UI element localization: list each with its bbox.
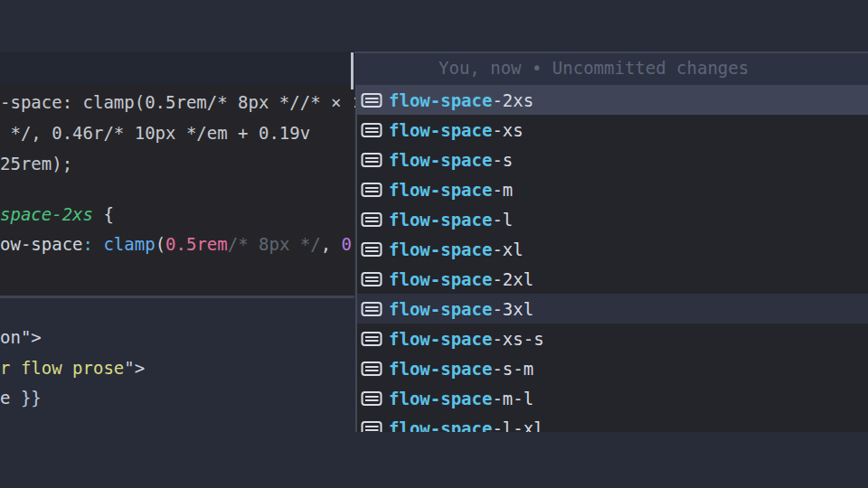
suggestion-item-flow-space-xs-s[interactable]: flow-space-xs-s [357, 324, 868, 353]
code-token [93, 234, 103, 254]
suggestion-rest-text: -l [492, 210, 513, 230]
suggestion-kind-icon [361, 271, 382, 287]
suggestion-rest-text: -xs-s [492, 329, 543, 349]
code-token: { [93, 204, 114, 224]
docs-css-declaration-line: ow-space: clamp(0.5rem/* 8px */, 0 [0, 230, 354, 259]
suggestion-rest-text: -l-xl [492, 418, 543, 433]
code-token: "> [124, 358, 145, 378]
suggestion-kind-icon [361, 182, 382, 198]
text-cursor [351, 52, 354, 89]
suggestion-item-flow-space-2xs[interactable]: flow-space-2xs [357, 85, 868, 115]
suggestion-match-text: flow-space [389, 389, 492, 408]
code-token: on"> [0, 327, 42, 347]
suggestion-match-text: flow-space [389, 299, 492, 319]
suggestion-item-flow-space-l[interactable]: flow-space-l [357, 204, 868, 234]
code-token: ow-space [0, 234, 83, 254]
suggestion-rest-text: -3xl [492, 299, 533, 319]
suggestion-kind-icon [361, 211, 382, 228]
docs-css-selector-line: space-2xs { [0, 200, 354, 230]
suggestion-match-text: flow-space [389, 359, 492, 379]
suggestion-match-text: flow-space [389, 329, 492, 349]
editor-line[interactable]: r flow prose"> [0, 353, 145, 384]
suggestion-kind-icon [361, 122, 382, 138]
code-token: 0.5rem [165, 234, 228, 254]
suggestion-kind-icon [361, 241, 382, 258]
suggestion-match-text: flow-space [389, 239, 492, 259]
docs-text-line: 25rem); [0, 148, 354, 179]
suggestion-kind-icon [361, 361, 382, 377]
code-editor: on spot-color-primary flow-space"> You, … [0, 0, 868, 488]
suggestion-rest-text: -m [492, 180, 513, 200]
suggestion-item-flow-space-2xl[interactable]: flow-space-2xl [357, 264, 868, 294]
suggestion-rest-text: -s-m [492, 359, 533, 379]
code-token: }} [21, 388, 42, 408]
suggestion-kind-icon [361, 420, 382, 433]
docs-text-line: -space: clamp(0.5rem/* 8px *//* × [0, 87, 354, 117]
suggestion-item-flow-space-l-xl[interactable]: flow-space-l-xl [357, 413, 868, 432]
suggestion-match-text: flow-space [389, 418, 492, 433]
suggestion-kind-icon [361, 331, 382, 347]
suggestion-kind-icon [361, 152, 382, 168]
suggestion-match-text: flow-space [389, 90, 492, 110]
suggestion-item-flow-space-xl[interactable]: flow-space-xl [357, 234, 868, 264]
suggestion-item-flow-space-m-l[interactable]: flow-space-m-l [357, 383, 868, 413]
code-token: clamp [103, 234, 155, 254]
docs-text-line: */, 0.46r/* 10px */em + 0.19v [0, 117, 354, 148]
suggestion-list[interactable]: flow-space-2xsflow-space-xsflow-space-sf… [355, 85, 868, 432]
suggestion-item-flow-space-xs[interactable]: flow-space-xs [357, 115, 868, 145]
suggestion-rest-text: -2xs [492, 90, 533, 110]
suggestion-match-text: flow-space [389, 180, 492, 200]
suggestion-rest-text: -2xl [492, 269, 533, 289]
suggestion-kind-icon [361, 92, 382, 108]
suggestion-match-text: flow-space [389, 150, 492, 170]
code-token: 0 [342, 234, 352, 254]
suggestion-match-text: flow-space [389, 210, 492, 230]
docs-spacer [0, 179, 354, 200]
git-blame-annotation: You, now • Uncommitted changes [439, 52, 749, 85]
editor-line[interactable]: e }} [0, 383, 145, 414]
suggestion-item-flow-space-m[interactable]: flow-space-m [357, 174, 868, 204]
code-token: , [321, 234, 342, 254]
code-token: r flow prose [0, 358, 124, 378]
suggestion-match-text: flow-space [389, 269, 492, 289]
code-token: : [83, 234, 93, 254]
code-token: space-2xs [0, 204, 93, 224]
editor-code-block: on"> r flow prose"> e }} [0, 323, 145, 414]
suggestion-rest-text: -s [492, 150, 513, 170]
suggestion-item-flow-space-s-m[interactable]: flow-space-s-m [357, 353, 868, 383]
suggest-details-panel: -space: clamp(0.5rem/* 8px *//* × */, 0.… [0, 85, 354, 298]
code-token: e [0, 388, 21, 408]
editor-line-current[interactable]: on spot-color-primary flow-space"> [0, 52, 411, 85]
suggestion-kind-icon [361, 301, 382, 317]
code-token: ( [156, 234, 165, 254]
suggestion-kind-icon [361, 390, 382, 407]
suggestion-item-flow-space-3xl[interactable]: flow-space-3xl [357, 294, 868, 324]
suggestion-rest-text: -xl [492, 239, 523, 259]
code-token: /* 8px */ [228, 234, 321, 254]
suggestion-rest-text: -xs [492, 120, 523, 140]
editor-line[interactable]: on"> [0, 323, 145, 353]
suggestion-match-text: flow-space [389, 120, 492, 140]
suggestion-item-flow-space-s[interactable]: flow-space-s [357, 145, 868, 174]
suggestion-rest-text: -m-l [492, 389, 533, 408]
